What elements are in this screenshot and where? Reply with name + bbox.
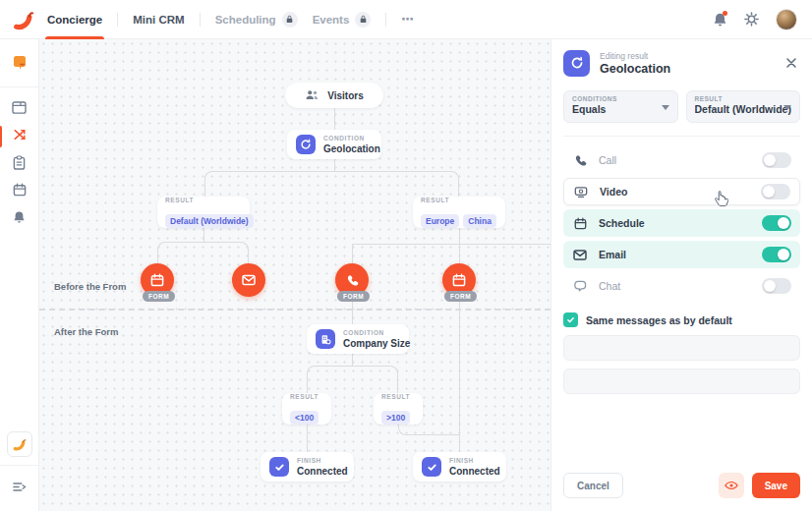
connector-line: [459, 244, 460, 263]
chat-toggle-switch[interactable]: [762, 278, 791, 294]
result-select[interactable]: RESULT Default (Worldwide): [686, 90, 801, 123]
settings-gear-icon[interactable]: [744, 12, 759, 27]
sidebar-item-flows[interactable]: [0, 123, 39, 150]
toggle-row-call[interactable]: Call: [563, 146, 800, 174]
connector-line: [352, 244, 551, 245]
video-toggle-switch[interactable]: [761, 184, 790, 199]
sidebar-item-notifications[interactable]: [0, 205, 39, 233]
same-messages-checkbox-row[interactable]: Same messages as by default: [563, 312, 800, 327]
node-text: CONDITION Company Size: [343, 329, 410, 349]
connector-line: [307, 425, 308, 452]
geolocation-icon: [563, 50, 590, 77]
flow-builder-canvas[interactable]: Before the From After the Form Visitors: [39, 39, 551, 511]
toggle-label: Video: [600, 186, 627, 198]
connector-line: [459, 228, 460, 244]
collapse-sidebar-button[interactable]: [0, 474, 39, 501]
form-badge: FORM: [143, 291, 175, 302]
top-navigation-bar: Concierge Mini CRM Scheduling Events ⋯: [0, 0, 812, 39]
result-chip: >100: [381, 411, 410, 425]
phase-label-before: Before the From: [54, 281, 126, 292]
preview-eye-button[interactable]: [719, 473, 744, 498]
toggle-knob: [778, 249, 789, 260]
connector-line: [352, 354, 353, 366]
user-avatar[interactable]: [776, 9, 797, 30]
panel-footer: Cancel Save: [563, 473, 800, 498]
message-input-2[interactable]: [563, 369, 800, 394]
call-toggle-switch[interactable]: [762, 152, 791, 168]
connector-branch: [307, 366, 398, 393]
select-label: RESULT: [695, 95, 792, 102]
condition-node-geolocation[interactable]: CONDITION Geolocation: [287, 130, 381, 159]
checkbox-checked[interactable]: [563, 312, 578, 327]
brand-logo-chili-icon: [13, 9, 34, 30]
cancel-button[interactable]: Cancel: [563, 473, 623, 498]
geolocation-icon: [296, 135, 316, 154]
sidebar-item-product-home[interactable]: [0, 51, 39, 79]
panel-header: Editing result Geolocation: [563, 48, 800, 78]
connector-line: [459, 297, 460, 452]
save-button[interactable]: Save: [752, 473, 800, 498]
tab-scheduling-label: Scheduling: [215, 14, 276, 26]
connector-line: [203, 228, 204, 242]
finish-node-connected-left[interactable]: FINISH Connected: [261, 452, 354, 482]
sidebar-item-tasks[interactable]: [0, 150, 39, 178]
toggle-knob: [778, 217, 789, 229]
select-value: Equals: [572, 103, 669, 115]
email-toggle-switch[interactable]: [762, 247, 791, 262]
panel-title: Geolocation: [600, 62, 670, 76]
toggle-label: Schedule: [599, 217, 645, 229]
result-node-lt100[interactable]: RESULT <100: [282, 393, 331, 425]
company-icon: [316, 329, 335, 349]
phase-divider-dashed-line: [39, 309, 551, 311]
action-node-email[interactable]: [232, 263, 265, 297]
tab-separator: [385, 13, 386, 27]
toggle-row-schedule[interactable]: Schedule: [563, 209, 800, 237]
visitors-node[interactable]: Visitors: [285, 83, 383, 108]
check-icon: [422, 457, 441, 477]
result-chip: China: [463, 214, 496, 228]
condition-node-company-size[interactable]: CONDITION Company Size: [307, 324, 409, 354]
node-kicker: RESULT: [290, 393, 319, 400]
toggle-row-email[interactable]: Email: [563, 241, 800, 268]
email-icon: [242, 274, 256, 286]
tab-concierge[interactable]: Concierge: [47, 0, 102, 39]
notifications-bell-icon[interactable]: [713, 12, 727, 28]
toggle-row-chat[interactable]: Chat: [563, 272, 800, 300]
result-node-gt100[interactable]: RESULT >100: [374, 393, 423, 425]
result-chip: <100: [290, 411, 319, 425]
assistant-mascot-button[interactable]: [7, 431, 32, 457]
toggle-label: Email: [599, 249, 626, 260]
visitors-people-icon: [305, 86, 319, 104]
panel-selects-row: CONDITIONS Equals RESULT Default (Worldw…: [563, 90, 800, 123]
tab-scheduling[interactable]: Scheduling: [215, 0, 298, 39]
calendar-icon: [150, 273, 164, 287]
tab-events[interactable]: Events: [313, 0, 372, 39]
product-chat-icon: [12, 55, 28, 75]
close-panel-button[interactable]: [783, 54, 800, 72]
clipboard-icon: [13, 155, 26, 174]
finish-node-connected-right[interactable]: FINISH Connected: [413, 452, 506, 482]
sidebar-item-pages[interactable]: [0, 95, 39, 123]
connector-branch: [204, 171, 459, 197]
mascot-chili-icon: [13, 437, 27, 451]
calendar-icon: [452, 273, 466, 287]
panel-kicker: Editing result: [600, 51, 670, 61]
message-input-1[interactable]: [563, 335, 800, 361]
connector-branch: [157, 242, 249, 263]
result-node-default-worldwide[interactable]: RESULT Default (Worldwide): [157, 197, 250, 228]
toggle-row-video[interactable]: Video: [563, 178, 800, 205]
channel-toggle-list: Call Video: [563, 146, 800, 300]
result-node-europe-china[interactable]: RESULT Europe China: [413, 197, 505, 228]
tab-mini-crm[interactable]: Mini CRM: [133, 0, 184, 39]
node-kicker: FINISH: [297, 457, 348, 464]
lock-icon: [282, 12, 298, 28]
phase-label-after: After the Form: [54, 326, 118, 337]
schedule-toggle-switch[interactable]: [762, 215, 791, 231]
notification-dot: [723, 11, 727, 16]
toggle-label: Call: [599, 154, 616, 166]
conditions-select[interactable]: CONDITIONS Equals: [563, 90, 678, 123]
calendar-icon: [572, 217, 588, 230]
connector-line: [352, 244, 353, 263]
more-tabs-button[interactable]: ⋯: [401, 12, 415, 27]
sidebar-item-calendar[interactable]: [0, 178, 39, 205]
